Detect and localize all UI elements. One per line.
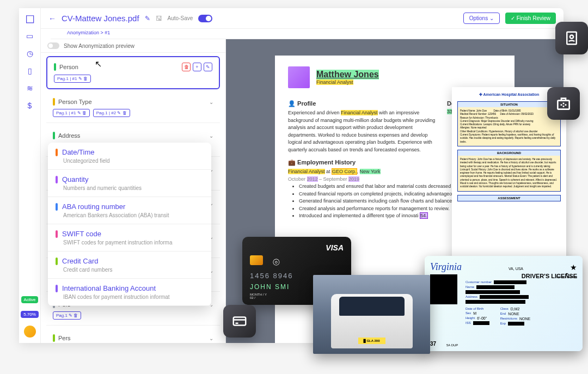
breadcrumb: Anonymization > #1 [51, 29, 564, 39]
entity-section[interactable]: Pers⌄Pag.1 ✎ 🗑 [46, 329, 220, 343]
person-card-icon [555, 22, 588, 54]
popup-desc: Credit card numbers [63, 267, 204, 273]
svg-point-1 [570, 35, 573, 38]
card-chip-icon [250, 255, 263, 265]
delete-icon[interactable]: 🗑 [182, 63, 191, 71]
entity-color-dot [53, 334, 55, 342]
preview-row: Show Anonymization preview [41, 39, 225, 53]
car-rear-window [339, 297, 405, 316]
vehicle-photo-overlay: █ GLA 200 [313, 275, 430, 354]
contactless-icon: ⦾ [273, 257, 280, 267]
license-state: Virginia [430, 261, 462, 273]
popup-color-dot [56, 149, 58, 156]
popup-color-dot [56, 176, 58, 183]
popup-desc: Numbers and numeric quantities [63, 185, 204, 191]
background-body: Patient History: John Doe has a history … [458, 156, 560, 191]
nav-briefcase-icon[interactable]: ▯ [25, 66, 35, 76]
payment-card-icon [223, 305, 256, 338]
doc-title: CV-Mattew Jones.pdf [62, 14, 139, 23]
profile-body: Experienced and driven Financial Analyst… [288, 109, 436, 154]
entity-name: Person [59, 64, 78, 70]
cursor-icon: ↖ [95, 59, 102, 69]
popup-option[interactable]: SWIFT codeSWIFT codes for payment instru… [48, 224, 211, 252]
active-badge: Active [21, 296, 39, 303]
chevron-down-icon[interactable]: ⌄ [209, 335, 213, 341]
entity-color-dot [53, 98, 55, 106]
entity-section[interactable]: Person🗑+✎Pag.1 | #1 ✎ 🗑 [46, 56, 220, 89]
license-usa: VA, USA [509, 267, 523, 271]
popup-title-text: Quantity [62, 175, 88, 183]
page-tag[interactable]: Pag.1 | #2 ✎ 🗑 [93, 109, 130, 117]
popup-color-dot [56, 203, 58, 211]
profile-heading: 👤 Profile [288, 100, 436, 107]
chevron-down-icon[interactable]: ⌄ [209, 99, 213, 105]
popup-desc: Uncategorized field [63, 158, 204, 164]
pct-badge: 5.70% [21, 311, 39, 318]
user-avatar[interactable] [24, 326, 36, 338]
popup-option[interactable]: QuantityNumbers and numeric quantities [48, 170, 211, 197]
license-num37: 37 [430, 341, 436, 347]
doc-name: Matthew Jones [316, 70, 379, 79]
popup-option[interactable]: ABA routing numberAmerican Bankers Assoc… [48, 197, 211, 224]
sidebar-rail: ◻ ▭ ◷ ▯ ≋ $ Active 5.70% [19, 8, 41, 343]
save-icon[interactable]: 🖫 [156, 15, 162, 22]
organ-donor-badge: ❤ORGAN DONOR [556, 272, 577, 279]
popup-option[interactable]: Date/TimeUncategorized field [48, 143, 211, 170]
car-body: █ GLA 200 [331, 294, 413, 348]
chevron-down-icon[interactable]: ⌄ [209, 133, 213, 139]
doc-role: Financial Analyst [316, 79, 353, 85]
license-dup: 5A DUP [446, 344, 458, 347]
add-icon[interactable]: + [193, 63, 201, 71]
preview-toggle[interactable] [47, 42, 59, 49]
topbar: ← CV-Mattew Jones.pdf ✎ 🖫 Auto-Save Opti… [41, 8, 564, 29]
app-logo-icon[interactable]: ◻ [25, 14, 35, 23]
star-icon: ★ [570, 263, 577, 272]
popup-title-text: ABA routing number [62, 203, 125, 211]
popup-option[interactable]: International Banking AccountIBAN codes … [48, 279, 211, 306]
options-button[interactable]: Options ⌄ [463, 13, 500, 24]
popup-title-text: SWIFT code [62, 230, 101, 238]
nav-layers-icon[interactable]: ≋ [25, 83, 35, 93]
svg-rect-7 [234, 317, 246, 326]
autosave-toggle[interactable] [198, 15, 212, 22]
page-tag[interactable]: Pag.1 | #1 ✎ 🗑 [53, 109, 90, 117]
popup-desc: IBAN codes for payment instruction infor… [63, 294, 204, 300]
edit-entity-icon[interactable]: ✎ [204, 63, 212, 71]
nav-dollar-icon[interactable]: $ [25, 101, 35, 111]
page-tag[interactable]: Pag.1 | #1 ✎ 🗑 [54, 75, 91, 83]
hospital-logo: ✚ American Hospital Association [457, 93, 561, 97]
popup-color-dot [56, 257, 58, 265]
svg-rect-2 [558, 101, 569, 109]
id-badge-icon [547, 87, 580, 120]
entity-color-dot [54, 63, 56, 71]
field-type-popup: Date/TimeUncategorized fieldQuantityNumb… [48, 143, 211, 306]
popup-color-dot [56, 285, 58, 292]
entity-name: Address [58, 132, 80, 139]
back-arrow-icon[interactable]: ← [48, 14, 56, 23]
popup-option[interactable]: Credit CardCredit card numbers [48, 252, 211, 279]
situation-header: SITUATION [458, 102, 560, 107]
background-header: BACKGROUND [458, 150, 560, 156]
popup-desc: SWIFT codes for payment instruction info… [63, 240, 204, 246]
situation-body: Patient Name: John Doe Date of Birth: 01… [458, 107, 560, 146]
nav-clock-icon[interactable]: ◷ [25, 48, 35, 58]
license-plate: █ GLA 200 [358, 338, 385, 344]
edit-icon[interactable]: ✎ [145, 15, 150, 22]
nav-docs-icon[interactable]: ▭ [25, 31, 35, 41]
popup-title-text: Credit Card [62, 257, 98, 265]
autosave-label: Auto-Save [168, 15, 193, 21]
popup-color-dot [56, 230, 58, 238]
popup-title-text: Date/Time [62, 148, 94, 156]
entity-section[interactable]: Person Type⌄Pag.1 | #1 ✎ 🗑Pag.1 | #2 ✎ 🗑 [46, 93, 220, 123]
finish-review-button[interactable]: ✓ Finish Review [505, 13, 556, 24]
entity-color-dot [53, 132, 55, 139]
popup-title-text: International Banking Account [62, 284, 156, 292]
preview-label: Show Anonymization preview [64, 43, 134, 49]
license-photo-redacted [430, 274, 457, 304]
page-tag[interactable]: Pag.1 ✎ 🗑 [53, 311, 81, 320]
doc-photo [288, 66, 310, 88]
popup-desc: American Bankers Association (ABA) trans… [63, 212, 204, 218]
entity-name: Person Type [58, 99, 92, 105]
visa-logo: VISA [326, 243, 344, 252]
entity-name: Pers [58, 335, 71, 341]
